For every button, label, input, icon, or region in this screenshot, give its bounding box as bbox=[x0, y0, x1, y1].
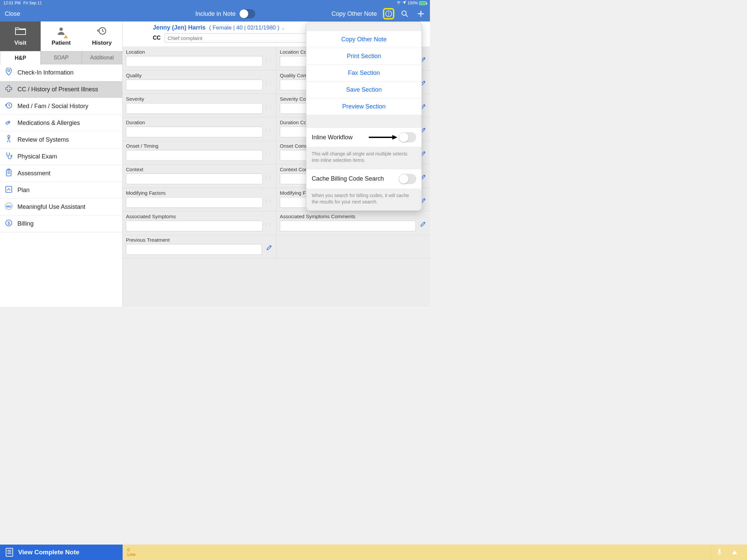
drag-handle-icon[interactable]: ⋮⋮⋮⋮ bbox=[265, 56, 273, 62]
sidebar-item[interactable]: $Billing bbox=[0, 216, 122, 232]
field-label: Context bbox=[126, 166, 273, 172]
svg-rect-17 bbox=[8, 169, 10, 170]
drag-handle-icon[interactable]: ⋮⋮⋮⋮ bbox=[265, 103, 273, 109]
search-icon[interactable] bbox=[401, 9, 409, 18]
chevron-down-icon[interactable]: ⌄ bbox=[281, 26, 284, 30]
drag-handle-icon[interactable]: ⋮⋮⋮⋮ bbox=[265, 220, 273, 226]
section-nav-list[interactable]: Check-In InformationCC / History of Pres… bbox=[0, 64, 122, 307]
drag-handle-icon[interactable]: ⋮⋮⋮⋮ bbox=[265, 80, 273, 86]
drag-handle-icon[interactable]: ⋮⋮⋮⋮ bbox=[265, 197, 273, 203]
nav-icon bbox=[5, 85, 13, 94]
more-options-button[interactable] bbox=[384, 9, 393, 18]
nav-icon bbox=[5, 102, 13, 111]
status-date: Fri Sep 11 bbox=[23, 1, 42, 5]
status-battery-pct: 100% bbox=[407, 1, 418, 5]
close-button[interactable]: Close bbox=[5, 10, 20, 17]
subtab-soap[interactable]: SOAP bbox=[41, 51, 81, 64]
cache-billing-toggle[interactable] bbox=[399, 174, 416, 184]
edit-pencil-icon[interactable] bbox=[266, 244, 273, 252]
sidebar-item[interactable]: Medications & Allergies bbox=[0, 115, 122, 132]
field-input[interactable] bbox=[126, 80, 263, 90]
edit-pencil-icon[interactable] bbox=[420, 220, 427, 229]
nav-icon bbox=[5, 152, 13, 161]
svg-point-10 bbox=[8, 70, 10, 72]
mode-tab-visit[interactable]: Visit bbox=[0, 22, 41, 51]
more-options-popover: Copy Other NotePrint SectionFax SectionS… bbox=[306, 22, 422, 211]
drag-handle-icon[interactable]: ⋮⋮⋮⋮ bbox=[265, 174, 273, 180]
sidebar-item[interactable]: Assessment bbox=[0, 165, 122, 182]
field-input[interactable] bbox=[126, 103, 263, 114]
copy-other-note-button[interactable]: Copy Other Note bbox=[332, 10, 377, 18]
nav-icon bbox=[5, 118, 13, 128]
nav-icon bbox=[5, 168, 13, 178]
main-content: Jenny (Jen) Harris ( Female | 40 | 02/11… bbox=[123, 22, 430, 307]
nav-label: Medications & Allergies bbox=[18, 119, 80, 127]
sidebar-item[interactable]: Plan bbox=[0, 182, 122, 199]
drag-handle-icon[interactable]: ⋮⋮⋮⋮ bbox=[265, 127, 273, 133]
svg-point-3 bbox=[388, 15, 389, 16]
nav-icon bbox=[5, 135, 13, 145]
sidebar-item[interactable]: MUMeaningful Use Assistant bbox=[0, 199, 122, 216]
subtab-additional[interactable]: Additional bbox=[82, 51, 122, 64]
patient-meta: ( Female | 40 | 02/11/1980 ) bbox=[209, 25, 280, 31]
nav-icon: $ bbox=[5, 219, 13, 228]
popover-action[interactable]: Save Section bbox=[306, 82, 421, 98]
mode-tab-label: History bbox=[92, 39, 112, 46]
nav-label: Review of Systems bbox=[18, 136, 69, 143]
nav-icon bbox=[5, 68, 13, 78]
field-input[interactable] bbox=[126, 244, 262, 255]
nav-label: Plan bbox=[18, 187, 30, 194]
mode-tab-patient[interactable]: Patient bbox=[41, 22, 81, 51]
popover-action[interactable]: Preview Section bbox=[306, 98, 421, 115]
field-input[interactable] bbox=[126, 150, 263, 161]
include-in-note-label: Include in Note bbox=[195, 10, 235, 18]
field-input[interactable] bbox=[126, 197, 263, 208]
inline-workflow-toggle[interactable] bbox=[399, 132, 416, 142]
svg-point-8 bbox=[59, 28, 63, 31]
field-label: Severity bbox=[126, 96, 273, 102]
mode-tab-history[interactable]: History bbox=[82, 22, 122, 51]
field-input[interactable] bbox=[280, 220, 416, 231]
drag-handle-icon[interactable]: ⋮⋮⋮⋮ bbox=[265, 150, 273, 156]
svg-line-5 bbox=[406, 15, 408, 17]
sidebar-item[interactable]: Review of Systems bbox=[0, 132, 122, 149]
patient-name[interactable]: Jenny (Jen) Harris bbox=[153, 24, 206, 31]
field-input[interactable] bbox=[126, 127, 263, 137]
cache-billing-label: Cache Billing Code Search bbox=[312, 175, 384, 182]
svg-rect-20 bbox=[6, 186, 12, 192]
sidebar-item[interactable]: Physical Exam bbox=[0, 149, 122, 165]
field-label: Location bbox=[126, 49, 273, 55]
svg-point-4 bbox=[402, 11, 406, 16]
nav-icon: MU bbox=[5, 202, 13, 212]
nav-label: Assessment bbox=[18, 170, 50, 177]
nav-label: Physical Exam bbox=[18, 153, 57, 160]
person-icon bbox=[56, 27, 66, 37]
field-input[interactable] bbox=[126, 220, 263, 231]
svg-text:MU: MU bbox=[6, 205, 11, 208]
sidebar-item[interactable]: Med / Fam / Social History bbox=[0, 98, 122, 115]
nav-label: CC / History of Present Illness bbox=[18, 86, 98, 93]
cc-label: CC bbox=[153, 35, 160, 41]
field-label: Duration bbox=[126, 119, 273, 125]
folder-icon bbox=[15, 27, 26, 37]
nav-label: Check-In Information bbox=[18, 69, 74, 76]
popover-action[interactable]: Fax Section bbox=[306, 65, 421, 82]
field-label: Associated Symptoms bbox=[126, 214, 273, 219]
annotation-arrow-icon bbox=[369, 135, 397, 140]
field-label: Associated Symptoms Comments bbox=[280, 214, 427, 219]
cache-billing-row: Cache Billing Code Search bbox=[306, 169, 421, 189]
include-in-note-toggle[interactable] bbox=[239, 9, 255, 19]
svg-point-14 bbox=[8, 135, 10, 137]
inline-workflow-row: Inline Workflow bbox=[306, 127, 421, 148]
subtab-hp[interactable]: H&P bbox=[0, 51, 41, 64]
add-icon[interactable] bbox=[416, 9, 425, 18]
svg-point-1 bbox=[388, 12, 389, 13]
left-sidebar: Visit Patient History H&P SOAP Additiona… bbox=[0, 22, 123, 307]
field-input[interactable] bbox=[126, 174, 263, 184]
wifi-icon bbox=[396, 1, 401, 5]
popover-action[interactable]: Print Section bbox=[306, 48, 421, 65]
field-input[interactable] bbox=[126, 56, 263, 67]
popover-action[interactable]: Copy Other Note bbox=[306, 31, 421, 48]
sidebar-item[interactable]: CC / History of Present Illness bbox=[0, 81, 122, 98]
sidebar-item[interactable]: Check-In Information bbox=[0, 64, 122, 81]
